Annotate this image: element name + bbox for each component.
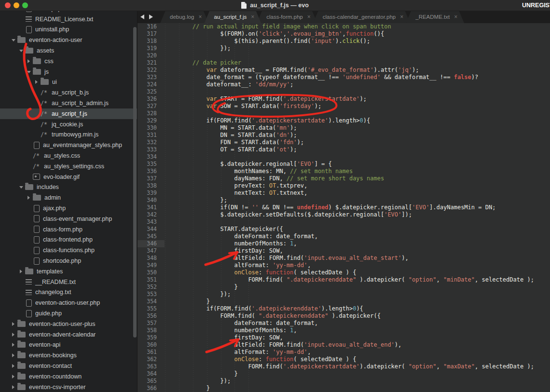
code-line-342[interactable]: $.datepicker.setDefaults($.datepicker.re… <box>165 211 550 218</box>
code-line-354[interactable]: } <box>165 298 550 305</box>
code-line-358[interactable]: numberOfMonths: 1, <box>165 327 550 334</box>
code-line-366[interactable]: } <box>165 385 550 392</box>
sidebar-item-jq_cookie.js[interactable]: /*jq_cookie.js <box>0 119 137 130</box>
code-lines[interactable]: // run actual input field image when cli… <box>165 23 550 392</box>
code-line-325[interactable] <box>165 88 550 95</box>
editor-tab-_README.txt[interactable]: _README.txt× <box>406 11 464 23</box>
code-line-364[interactable]: } <box>165 370 550 378</box>
sidebar-item-eventon-api[interactable]: eventon-api <box>0 340 137 351</box>
sidebar-item-eventon-csv-importer[interactable]: eventon-csv-importer <box>0 382 137 392</box>
sidebar-item-changelog.txt[interactable]: changelog.txt <box>0 287 137 298</box>
expand-triangle-icon[interactable] <box>27 59 33 64</box>
code-line-363[interactable]: FORM.find('.datepickerstartdate').datepi… <box>165 363 550 370</box>
editor-tab-au_script_f.js[interactable]: au_script_f.js× <box>205 11 261 23</box>
expand-triangle-icon[interactable] <box>27 195 33 200</box>
code-line-332[interactable]: FDN = START.data('fdn'); <box>165 139 550 146</box>
sidebar-item-index.php[interactable]: index.php <box>0 11 137 14</box>
code-line-327[interactable]: var SOW = START.data('firstday'); <box>165 103 550 110</box>
expand-triangle-icon[interactable] <box>12 342 17 347</box>
expand-triangle-icon[interactable] <box>35 80 41 84</box>
sidebar-item-README_License.txt[interactable]: README_License.txt <box>0 14 137 25</box>
collapse-triangle-icon[interactable] <box>27 69 33 74</box>
sidebar-item-au_styles_settings.css[interactable]: /*au_styles_settings.css <box>0 161 137 172</box>
sidebar-item-eventon-action-user-plus[interactable]: eventon-action-user-plus <box>0 319 137 329</box>
sidebar-item-uninstall.php[interactable]: uninstall.php <box>0 25 137 35</box>
collapse-triangle-icon[interactable] <box>19 48 25 53</box>
code-line-361[interactable]: altFormat: 'yy-mm-dd', <box>165 349 550 356</box>
collapse-triangle-icon[interactable] <box>12 38 17 42</box>
code-line-360[interactable]: altField: FORM.find('input.evoau_alt_dat… <box>165 341 550 349</box>
code-line-316[interactable]: // run actual input field image when cli… <box>165 23 550 30</box>
code-line-324[interactable]: dateformat__: 'dd/mm/yy'; <box>165 81 550 88</box>
code-line-338[interactable]: prevText: OT.txtprev, <box>165 182 550 189</box>
expand-triangle-icon[interactable] <box>12 353 17 358</box>
sidebar-item-class-form.php[interactable]: class-form.php <box>0 224 137 235</box>
sidebar-item-eventon-action-user.php[interactable]: eventon-action-user.php <box>0 297 137 308</box>
code-line-355[interactable]: if(FORM.find('.datepickerenddate').lengt… <box>165 305 550 312</box>
sidebar-item-au_styles.css[interactable]: /*au_styles.css <box>0 150 137 161</box>
sidebar-item-css[interactable]: css <box>0 56 137 67</box>
sidebar-item-au_script_b.js[interactable]: /*au_script_b.js <box>0 87 137 98</box>
code-line-323[interactable]: date_format = (typeof dateformat__ !== '… <box>165 74 550 81</box>
tab-close-icon[interactable]: × <box>307 11 311 23</box>
sidebar-item-class-functions.php[interactable]: class-functions.php <box>0 245 137 256</box>
sidebar-item-eventon-action-user[interactable]: eventon-action-user <box>0 35 137 45</box>
expand-triangle-icon[interactable] <box>12 322 17 326</box>
code-line-335[interactable]: $.datepicker.regional['EVO'] = { <box>165 161 550 168</box>
editor-tab-debug.log[interactable]: debug.log× <box>160 11 209 23</box>
code-line-365[interactable]: }); <box>165 378 550 385</box>
code-line-339[interactable]: nextText: OT.txtnext, <box>165 189 550 197</box>
sidebar-item-templates[interactable]: templates <box>0 266 137 277</box>
sidebar-item-includes[interactable]: includes <box>0 182 137 193</box>
sidebar-item-trumbowyg.min.js[interactable]: /*trumbowyg.min.js <box>0 130 137 140</box>
sidebar-item-eventon-advent-calendar[interactable]: eventon-advent-calendar <box>0 329 137 340</box>
sidebar-item-ajax.php[interactable]: ajax.php <box>0 203 137 214</box>
editor-tab-class-form.php[interactable]: class-form.php× <box>257 11 317 23</box>
sidebar-item-ui[interactable]: ui <box>0 77 137 88</box>
tab-close-icon[interactable]: × <box>454 11 457 23</box>
tab-scroll-right-icon[interactable] <box>148 14 153 20</box>
code-line-348[interactable]: altField: FORM.find('input.evoau_alt_dat… <box>165 255 550 262</box>
sidebar-item-au_script_f.js[interactable]: /*au_script_f.js <box>0 108 137 119</box>
sidebar-item-eventon-bookings[interactable]: eventon-bookings <box>0 350 137 361</box>
sidebar-item-shortcode.php[interactable]: shortcode.php <box>0 256 137 266</box>
code-line-326[interactable]: var START = FORM.find('.datepickerstartd… <box>165 95 550 103</box>
sidebar-item-admin[interactable]: admin <box>0 192 137 203</box>
collapse-triangle-icon[interactable] <box>19 185 25 189</box>
code-line-350[interactable]: onClose: function( selectedDate ) { <box>165 269 550 276</box>
sidebar-item-au_eventmanager_styles.php[interactable]: au_eventmanager_styles.php <box>0 140 137 150</box>
code-line-356[interactable]: FORM.find( ".datepickerenddate" ).datepi… <box>165 312 550 320</box>
sidebar-item-evo-loader.gif[interactable]: evo-loader.gif <box>0 172 137 182</box>
code-line-320[interactable] <box>165 52 550 59</box>
tab-close-icon[interactable]: × <box>199 11 202 23</box>
code-line-344[interactable]: START.datepicker({ <box>165 226 550 233</box>
code-line-336[interactable]: monthNames: MN, // set month names <box>165 168 550 175</box>
tab-close-icon[interactable]: × <box>251 11 254 23</box>
sidebar-item-eventon-countdown[interactable]: eventon-countdown <box>0 371 137 382</box>
sidebar-item-eventon-contact[interactable]: eventon-contact <box>0 361 137 371</box>
code-line-319[interactable]: }); <box>165 45 550 52</box>
expand-triangle-icon[interactable] <box>12 332 17 337</box>
code-line-340[interactable]: }; <box>165 197 550 204</box>
code-line-328[interactable] <box>165 110 550 117</box>
sidebar-item-js[interactable]: js <box>0 67 137 77</box>
code-line-330[interactable]: MN = START.data('mn'); <box>165 124 550 132</box>
code-line-318[interactable]: $(this).parent().find('input').click(); <box>165 38 550 45</box>
expand-triangle-icon[interactable] <box>12 374 17 379</box>
sidebar-item-__README.txt[interactable]: __README.txt <box>0 277 137 287</box>
sidebar-item-guide.php[interactable]: guide.php <box>0 308 137 319</box>
code-line-329[interactable]: if(FORM.find('.datepickerstartdate').len… <box>165 117 550 124</box>
code-line-347[interactable]: firstDay: SOW, <box>165 247 550 255</box>
editor-tab-class-calendar_generator.php[interactable]: class-calendar_generator.php× <box>313 11 411 23</box>
code-line-337[interactable]: dayNames: FDN, // set more short days na… <box>165 175 550 182</box>
sidebar-item-au_script_b_admin.js[interactable]: /*au_script_b_admin.js <box>0 98 137 108</box>
code-line-331[interactable]: DN = START.data('dn'); <box>165 132 550 139</box>
code-line-362[interactable]: onClose: function( selectedDate ) { <box>165 356 550 363</box>
sidebar-item-class-frontend.php[interactable]: class-frontend.php <box>0 235 137 245</box>
code-line-353[interactable]: }); <box>165 291 550 298</box>
code-line-357[interactable]: dateFormat: date_format, <box>165 320 550 327</box>
code-line-352[interactable]: } <box>165 284 550 291</box>
tab-scroll-left-icon[interactable] <box>140 14 146 20</box>
sidebar-scrollbar[interactable] <box>133 27 137 338</box>
expand-triangle-icon[interactable] <box>19 269 25 274</box>
